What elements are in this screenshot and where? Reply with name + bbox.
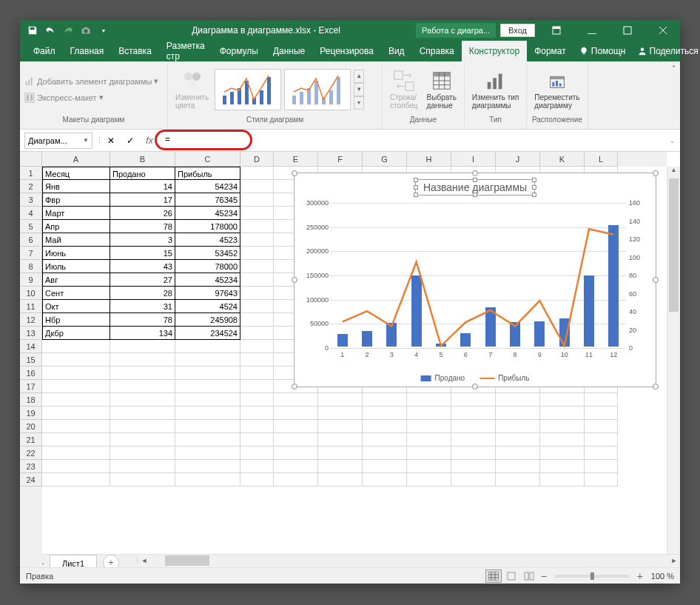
cell[interactable]: Янв (42, 180, 110, 193)
cell[interactable] (585, 447, 618, 460)
cell[interactable] (496, 460, 540, 473)
row-header[interactable]: 15 (20, 353, 42, 367)
cell[interactable]: 31 (110, 300, 175, 313)
cell[interactable] (42, 380, 110, 393)
cell[interactable]: Месяц (42, 167, 110, 180)
cell[interactable] (451, 393, 496, 407)
cell[interactable] (451, 460, 496, 473)
tab-insert[interactable]: Вставка (111, 41, 159, 61)
cell[interactable]: Сент (42, 287, 110, 300)
share-button[interactable]: Поделиться (632, 41, 701, 61)
cell[interactable] (585, 420, 618, 433)
cell[interactable] (240, 380, 274, 393)
cell[interactable]: Июнь (42, 247, 110, 260)
cell[interactable] (240, 220, 274, 233)
cell[interactable] (496, 433, 540, 447)
chart-line[interactable] (330, 203, 626, 348)
cell[interactable] (363, 407, 407, 420)
row-header[interactable]: 17 (20, 380, 42, 393)
row-header[interactable]: 11 (20, 300, 42, 313)
style-more-arrow[interactable]: ▾ (354, 96, 364, 110)
resize-handle[interactable] (292, 170, 297, 176)
minimize-button[interactable] (575, 20, 609, 41)
move-chart-button[interactable]: Переместить диаграмму (531, 70, 582, 110)
row-header[interactable]: 19 (20, 407, 42, 420)
cell[interactable] (407, 447, 451, 460)
cell[interactable] (42, 407, 110, 420)
cell[interactable] (175, 367, 240, 380)
cell[interactable]: 78 (110, 313, 175, 327)
cell[interactable]: Июль (42, 260, 110, 273)
cell[interactable] (274, 460, 318, 473)
formula-input[interactable]: = (161, 133, 662, 149)
cell[interactable] (110, 353, 175, 367)
resize-handle[interactable] (472, 384, 478, 390)
cell[interactable] (240, 247, 274, 260)
cell[interactable] (240, 407, 274, 420)
cell[interactable] (585, 473, 618, 487)
cells-area[interactable]: МесяцПроданоПрибыльЯнв1454234Фвр1776345М… (42, 167, 667, 554)
column-header[interactable]: G (363, 152, 407, 167)
chart-style-2[interactable] (284, 69, 351, 110)
cell[interactable] (540, 433, 585, 447)
cell[interactable]: Авг (42, 273, 110, 287)
horizontal-scroll-thumb[interactable] (165, 555, 209, 566)
row-header[interactable]: 21 (20, 433, 42, 447)
cell[interactable] (110, 367, 175, 380)
cell[interactable] (318, 407, 363, 420)
cell[interactable] (240, 273, 274, 287)
cell[interactable] (585, 393, 618, 407)
cell[interactable] (240, 193, 274, 207)
cell[interactable] (496, 393, 540, 407)
style-down-arrow[interactable]: ▼ (354, 83, 364, 96)
cell[interactable] (240, 287, 274, 300)
tab-formulas[interactable]: Формулы (212, 41, 266, 61)
row-header[interactable]: 5 (20, 220, 42, 233)
cell[interactable] (240, 260, 274, 273)
column-header[interactable]: B (110, 152, 175, 167)
cell[interactable] (42, 433, 110, 447)
cell[interactable]: 17 (110, 193, 175, 207)
tab-design[interactable]: Конструктор (462, 41, 527, 61)
cell[interactable]: 14 (110, 180, 175, 193)
resize-handle[interactable] (653, 170, 659, 176)
cell[interactable]: 28 (110, 287, 175, 300)
cell[interactable] (451, 473, 496, 487)
cell[interactable] (585, 407, 618, 420)
cell[interactable] (240, 460, 274, 473)
row-header[interactable]: 3 (20, 193, 42, 207)
tab-data[interactable]: Данные (266, 41, 312, 61)
cancel-button[interactable]: ✕ (103, 133, 119, 148)
scroll-right-arrow[interactable]: ► (668, 555, 680, 566)
row-header[interactable]: 22 (20, 447, 42, 460)
scroll-left-arrow[interactable]: ◄ (138, 555, 150, 566)
cell[interactable]: 178000 (175, 220, 240, 233)
row-header[interactable]: 6 (20, 233, 42, 247)
cell[interactable] (407, 420, 451, 433)
row-header[interactable]: 4 (20, 207, 42, 220)
column-header[interactable]: K (540, 152, 585, 167)
cell[interactable] (540, 473, 585, 487)
tab-help[interactable]: Справка (412, 41, 462, 61)
cell[interactable] (110, 407, 175, 420)
cell[interactable]: 15 (110, 247, 175, 260)
close-button[interactable] (646, 20, 680, 41)
row-header[interactable]: 8 (20, 260, 42, 273)
cell[interactable] (585, 433, 618, 447)
expand-formula-bar-icon[interactable]: ⌄ (665, 137, 680, 144)
cell[interactable] (451, 433, 496, 447)
column-header[interactable]: F (318, 152, 363, 167)
page-layout-view-button[interactable] (503, 569, 519, 583)
cell[interactable]: 54234 (175, 180, 240, 193)
cell[interactable]: Май (42, 233, 110, 247)
cell[interactable] (42, 393, 110, 407)
cell[interactable] (274, 407, 318, 420)
column-header[interactable]: C (175, 152, 240, 167)
cell[interactable] (110, 433, 175, 447)
chart-title[interactable]: Название диаграммы (415, 179, 535, 195)
cell[interactable] (451, 447, 496, 460)
redo-icon[interactable] (61, 24, 75, 37)
normal-view-button[interactable] (485, 569, 502, 583)
cell[interactable] (175, 433, 240, 447)
column-header[interactable]: E (274, 152, 318, 167)
